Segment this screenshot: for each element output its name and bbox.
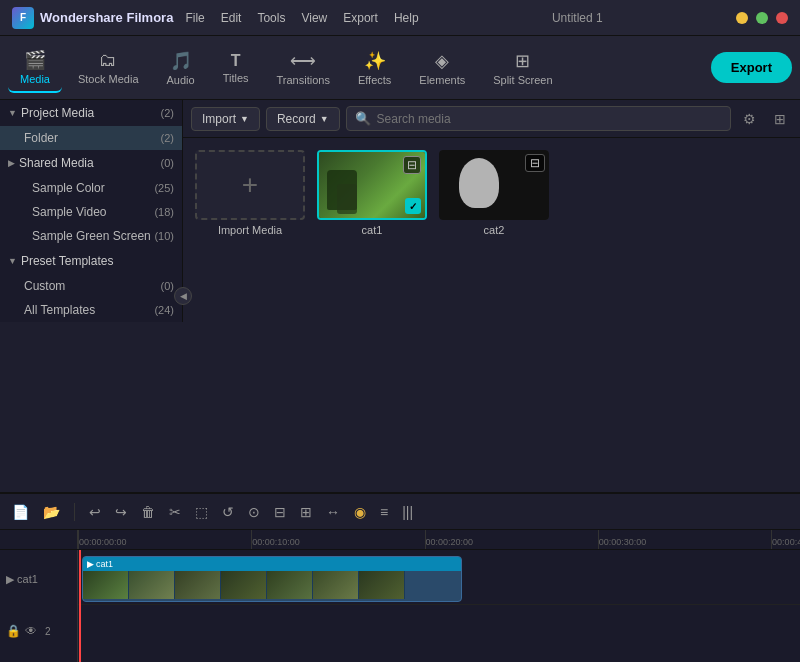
chevron-down-icon-2: ▼ — [8, 256, 17, 266]
maximize-button[interactable] — [756, 12, 768, 24]
delete-icon[interactable]: 🗑 — [137, 502, 159, 522]
import-media-thumb[interactable]: + — [195, 150, 305, 220]
track-controls: ▶ cat1 🔒 👁 2 — [0, 550, 78, 662]
project-media-label: Project Media — [21, 106, 94, 120]
sidebar-section-preset-templates[interactable]: ▼ Preset Templates — [0, 248, 182, 274]
track-lock-icon[interactable]: 🔒 — [6, 624, 21, 638]
menu-view[interactable]: View — [301, 11, 327, 25]
track-eye-icon[interactable]: 👁 — [25, 624, 37, 638]
audio-eq-icon[interactable]: ≡ — [376, 502, 392, 522]
toolbar-separator-1 — [74, 503, 75, 521]
split-screen-icon: ⊞ — [515, 50, 530, 72]
close-button[interactable] — [776, 12, 788, 24]
sidebar: ▼ Project Media (2) Folder (2) ▶ Shared … — [0, 100, 183, 322]
cat1-label: cat1 — [362, 224, 383, 236]
folder-open-icon[interactable]: 📂 — [39, 502, 64, 522]
sample-green-count: (10) — [154, 230, 174, 242]
cat1-thumb[interactable]: ⊟ ✓ — [317, 150, 427, 220]
content-toolbar: Import ▼ Record ▼ 🔍 ⚙ ⊞ — [183, 100, 800, 138]
sidebar-item-sample-color[interactable]: Sample Color (25) — [0, 176, 182, 200]
media-card-cat2[interactable]: ⊟ cat2 — [439, 150, 549, 236]
chevron-right-icon: ▶ — [8, 158, 15, 168]
speed-icon[interactable]: ⊙ — [244, 502, 264, 522]
minimize-button[interactable] — [736, 12, 748, 24]
transitions-label: Transitions — [277, 74, 330, 86]
toolbar-transitions[interactable]: ⟷ Transitions — [265, 44, 342, 92]
search-bar[interactable]: 🔍 — [346, 106, 731, 131]
redo-icon[interactable]: ↪ — [111, 502, 131, 522]
menu-file[interactable]: File — [185, 11, 204, 25]
ruler-label-0: 00:00:00:00 — [79, 537, 127, 547]
clip-frame-2 — [129, 571, 175, 599]
audio-icon: 🎵 — [170, 50, 192, 72]
track-area[interactable]: ▶ cat1 — [78, 550, 800, 662]
search-input[interactable] — [377, 112, 722, 126]
window-controls — [736, 12, 788, 24]
toolbar-stock-media[interactable]: 🗂 Stock Media — [66, 44, 151, 91]
detach-icon[interactable]: ⊟ — [270, 502, 290, 522]
clip-frame-5 — [267, 571, 313, 599]
playback-icon[interactable]: ↺ — [218, 502, 238, 522]
undo-icon[interactable]: ↩ — [85, 502, 105, 522]
filter-icon[interactable]: ⚙ — [737, 109, 762, 129]
toolbar-media[interactable]: 🎬 Media — [8, 43, 62, 93]
sidebar-item-folder[interactable]: Folder (2) — [0, 126, 182, 150]
sidebar-section-shared-media[interactable]: ▶ Shared Media (0) — [0, 150, 182, 176]
ruler-mark-20: 00:00:20:00 — [425, 530, 474, 549]
clip-name: cat1 — [96, 559, 113, 569]
ruler-label-40: 00:00:40:00 — [772, 537, 800, 547]
cat1-plant2 — [337, 184, 357, 214]
timeline: 📄 📂 ↩ ↪ 🗑 ✂ ⬚ ↺ ⊙ ⊟ ⊞ ↔ ◉ ≡ ||| 00:00:00… — [0, 492, 800, 662]
menu-help[interactable]: Help — [394, 11, 419, 25]
cat2-badge: ⊟ — [525, 154, 545, 172]
split-icon[interactable]: ⊞ — [296, 502, 316, 522]
toolbar-titles[interactable]: T Titles — [211, 46, 261, 90]
cat1-badge: ⊟ — [403, 156, 421, 174]
sidebar-item-custom[interactable]: Custom (0) — [0, 274, 182, 298]
toolbar-split-screen[interactable]: ⊞ Split Screen — [481, 44, 564, 92]
timeline-ruler[interactable]: 00:00:00:00 00:00:10:00 00:00:20:00 00:0… — [78, 530, 800, 549]
audio-stretch-icon[interactable]: ||| — [398, 502, 417, 522]
track-control-row-2: 🔒 👁 2 — [0, 606, 77, 656]
sidebar-item-sample-video[interactable]: Sample Video (18) — [0, 200, 182, 224]
cat2-figure — [459, 158, 499, 208]
chevron-down-icon: ▼ — [8, 108, 17, 118]
color-icon[interactable]: ◉ — [350, 502, 370, 522]
record-button[interactable]: Record ▼ — [266, 107, 340, 131]
timeline-toolbar: 📄 📂 ↩ ↪ 🗑 ✂ ⬚ ↺ ⊙ ⊟ ⊞ ↔ ◉ ≡ ||| — [0, 494, 800, 530]
sidebar-item-sample-green[interactable]: Sample Green Screen (10) — [0, 224, 182, 248]
playhead[interactable] — [79, 550, 81, 662]
search-icon: 🔍 — [355, 111, 371, 126]
custom-label: Custom — [24, 279, 65, 293]
record-label: Record — [277, 112, 316, 126]
media-card-cat1[interactable]: ⊟ ✓ cat1 — [317, 150, 427, 236]
cut-icon[interactable]: ✂ — [165, 502, 185, 522]
cat2-thumb[interactable]: ⊟ — [439, 150, 549, 220]
stock-media-icon: 🗂 — [99, 50, 117, 71]
empty-track-row — [78, 604, 800, 634]
all-templates-count: (24) — [154, 304, 174, 316]
toolbar-effects[interactable]: ✨ Effects — [346, 44, 403, 92]
import-label: Import — [202, 112, 236, 126]
video-clip-cat1[interactable]: ▶ cat1 — [82, 556, 462, 602]
sample-color-count: (25) — [154, 182, 174, 194]
toolbar-elements[interactable]: ◈ Elements — [407, 44, 477, 92]
sidebar-collapse-button[interactable]: ◀ — [174, 287, 192, 305]
clip-frame-7 — [359, 571, 405, 599]
import-media-card[interactable]: + Import Media — [195, 150, 305, 236]
sidebar-section-project-media[interactable]: ▼ Project Media (2) — [0, 100, 182, 126]
grid-view-icon[interactable]: ⊞ — [768, 109, 792, 129]
menu-edit[interactable]: Edit — [221, 11, 242, 25]
sample-video-count: (18) — [154, 206, 174, 218]
main-area: ▼ Project Media (2) Folder (2) ▶ Shared … — [0, 100, 800, 492]
menu-export[interactable]: Export — [343, 11, 378, 25]
all-templates-label: All Templates — [24, 303, 95, 317]
import-button[interactable]: Import ▼ — [191, 107, 260, 131]
toolbar-audio[interactable]: 🎵 Audio — [155, 44, 207, 92]
crop-icon[interactable]: ⬚ — [191, 502, 212, 522]
menu-tools[interactable]: Tools — [257, 11, 285, 25]
export-button[interactable]: Export — [711, 52, 792, 83]
transform-icon[interactable]: ↔ — [322, 502, 344, 522]
new-sequence-icon[interactable]: 📄 — [8, 502, 33, 522]
sidebar-item-all-templates[interactable]: All Templates (24) — [0, 298, 182, 322]
